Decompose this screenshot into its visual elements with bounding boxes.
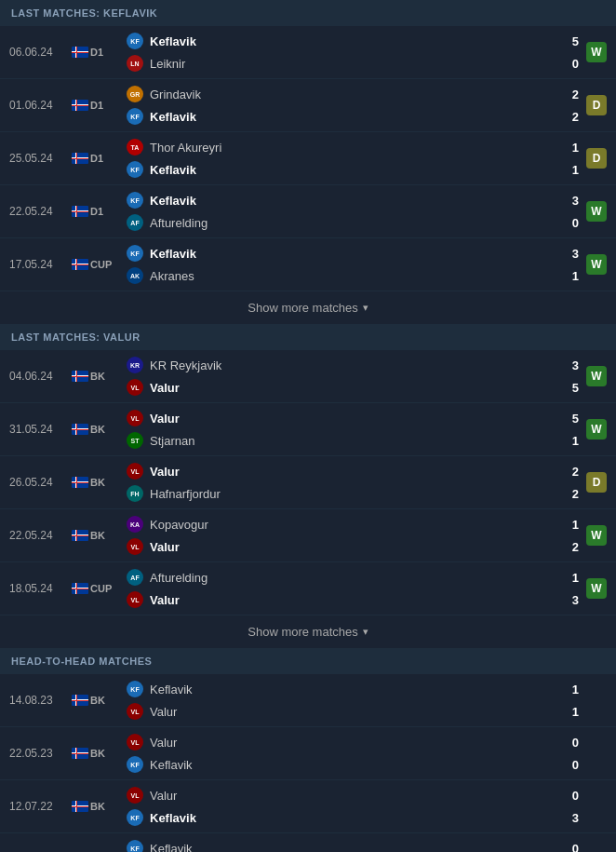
team-logo: VL — [126, 409, 144, 427]
valur-show-more[interactable]: Show more matches ▾ — [0, 615, 616, 648]
table-row: 06.06.24D1KFKeflavik5LNLeiknir0W — [0, 26, 616, 79]
team-logo: ST — [126, 431, 144, 450]
team-logo: FH — [126, 484, 144, 503]
table-row: 22.05.23BKVLValur0KFKeflavik0 — [0, 727, 616, 780]
team-logo: KR — [126, 356, 144, 374]
result-badge: W — [586, 254, 607, 275]
keflavik-header: LAST MATCHES: KEFLAVIK — [0, 0, 616, 26]
flag-iceland — [70, 477, 90, 488]
table-row: 17.05.24CUPKFKeflavik3AKAkranes1W — [0, 238, 616, 291]
keflavik-show-more[interactable]: Show more matches ▾ — [0, 291, 616, 324]
team-logo: AF — [126, 213, 144, 232]
team-logo: VL — [126, 537, 144, 556]
flag-iceland — [70, 424, 90, 435]
team-logo: KF — [126, 808, 144, 827]
team-logo: AF — [126, 568, 144, 587]
table-row: 12.07.22BKVLValur0KFKeflavik3 — [0, 780, 616, 833]
keflavik-section: LAST MATCHES: KEFLAVIK 06.06.24D1KFKefla… — [0, 0, 616, 324]
result-badge: W — [586, 366, 607, 386]
table-row: 01.06.24D1GRGrindavik2KFKeflavik2D — [0, 79, 616, 132]
team-logo: KF — [126, 755, 144, 774]
keflavik-matches-list: 06.06.24D1KFKeflavik5LNLeiknir0W01.06.24… — [0, 26, 616, 291]
result-badge: W — [586, 42, 607, 62]
flag-iceland — [70, 695, 90, 706]
table-row: 31.05.24BKVLValur5STStjarnan1W — [0, 403, 616, 456]
table-row: 25.05.24D1TAThor Akureyri1KFKeflavik1D — [0, 132, 616, 185]
team-logo: KF — [126, 32, 144, 50]
table-row: 25.04.22BKKFKeflavik0VLValur1 — [0, 833, 616, 852]
team-logo: KF — [126, 191, 144, 210]
result-badge: D — [586, 148, 607, 169]
team-logo: AK — [126, 266, 144, 285]
table-row: 18.05.24CUPAFAfturelding1VLValur3W — [0, 562, 616, 615]
result-badge: D — [586, 95, 607, 115]
flag-iceland — [70, 100, 90, 111]
team-logo: KF — [126, 680, 144, 698]
chevron-down-icon: ▾ — [363, 626, 368, 638]
team-logo: TA — [126, 138, 144, 156]
table-row: 14.08.23BKKFKeflavik1VLValur1 — [0, 674, 616, 727]
flag-iceland — [70, 47, 90, 58]
h2h-matches-list: 14.08.23BKKFKeflavik1VLValur122.05.23BKV… — [0, 674, 616, 852]
flag-iceland — [70, 801, 90, 812]
team-logo: KF — [126, 839, 144, 852]
h2h-section: HEAD-TO-HEAD MATCHES 14.08.23BKKFKeflavi… — [0, 648, 616, 852]
team-logo: VL — [126, 702, 144, 721]
table-row: 26.05.24BKVLValur2FHHafnarfjordur2D — [0, 456, 616, 509]
flag-iceland — [70, 153, 90, 164]
team-logo: VL — [126, 378, 144, 397]
team-logo: KF — [126, 107, 144, 126]
table-row: 22.05.24D1KFKeflavik3AFAfturelding0W — [0, 185, 616, 238]
result-badge: D — [586, 472, 607, 493]
team-logo: VL — [126, 590, 144, 609]
flag-iceland — [70, 206, 90, 217]
valur-section: LAST MATCHES: VALUR 04.06.24BKKRKR Reykj… — [0, 324, 616, 648]
team-logo: GR — [126, 85, 144, 103]
chevron-down-icon: ▾ — [363, 302, 368, 314]
team-logo: KF — [126, 244, 144, 263]
h2h-header: HEAD-TO-HEAD MATCHES — [0, 648, 616, 674]
flag-iceland — [70, 371, 90, 382]
team-logo: KF — [126, 160, 144, 179]
result-badge: W — [586, 419, 607, 440]
team-logo: KA — [126, 515, 144, 534]
flag-iceland — [70, 748, 90, 759]
flag-iceland — [70, 583, 90, 594]
table-row: 22.05.24BKKAKopavogur1VLValur2W — [0, 509, 616, 562]
team-logo: LN — [126, 54, 144, 73]
team-logo: VL — [126, 786, 144, 805]
table-row: 04.06.24BKKRKR Reykjavik3VLValur5W — [0, 350, 616, 403]
valur-matches-list: 04.06.24BKKRKR Reykjavik3VLValur5W31.05.… — [0, 350, 616, 615]
team-logo: VL — [126, 462, 144, 480]
flag-iceland — [70, 530, 90, 541]
valur-header: LAST MATCHES: VALUR — [0, 324, 616, 350]
result-badge: W — [586, 525, 607, 546]
team-logo: VL — [126, 733, 144, 751]
flag-iceland — [70, 259, 90, 270]
result-badge: W — [586, 578, 607, 599]
result-badge: W — [586, 201, 607, 222]
